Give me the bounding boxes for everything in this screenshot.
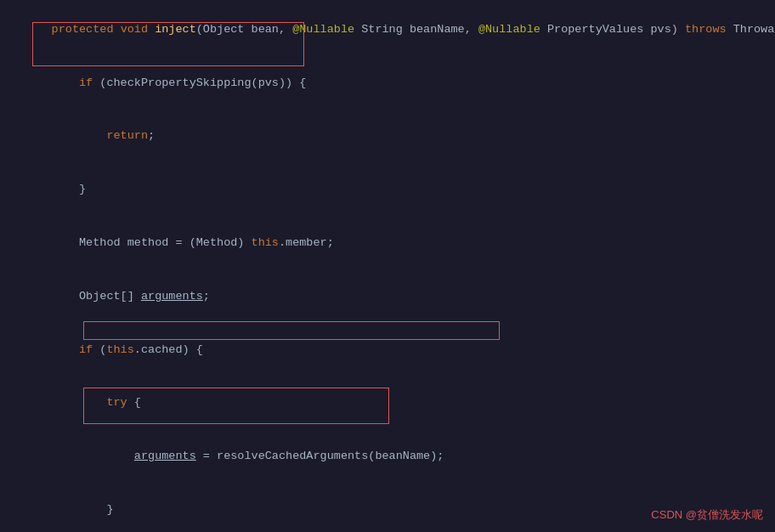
code-line: if (this.cached) { [0, 324, 775, 377]
code-line: Method method = (Method) this.member; [0, 217, 775, 270]
code-line: protected void inject(Object bean, @Null… [0, 3, 775, 57]
code-line: Object[] arguments; [0, 270, 775, 324]
code-line: return; [0, 110, 775, 164]
code-editor: protected void inject(Object bean, @Null… [0, 0, 775, 532]
code-line: try { [0, 376, 775, 430]
code-line: } [0, 163, 775, 217]
watermark: CSDN @贫僧洗发水呢 [651, 507, 763, 524]
code-line: arguments = resolveCachedArguments(beanN… [0, 430, 775, 484]
code-line: if (checkPropertySkipping(pvs)) { [0, 57, 775, 110]
